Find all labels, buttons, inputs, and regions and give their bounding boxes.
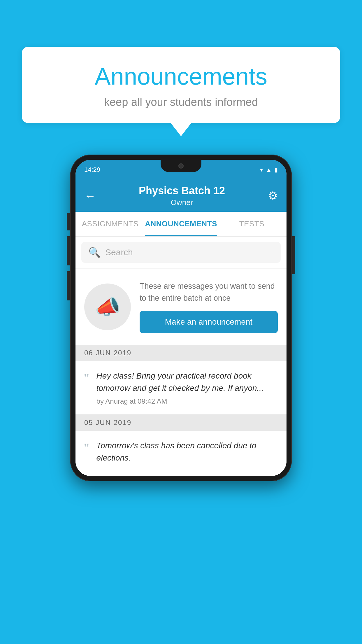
settings-button[interactable]: ⚙ [268,189,278,202]
search-bar[interactable]: 🔍 Search [81,242,281,263]
search-icon: 🔍 [88,246,101,258]
app-bar: ← Physics Batch 12 Owner ⚙ [75,180,287,212]
tab-announcements[interactable]: ANNOUNCEMENTS [145,212,217,236]
date-label-1: 06 JUN 2019 [84,349,131,357]
announcement-content-1: Hey class! Bring your practical record b… [96,370,278,405]
tabs-bar: ASSIGNMENTS ANNOUNCEMENTS TESTS [75,212,287,237]
search-bar-wrapper: 🔍 Search [75,237,287,268]
phone-outer: 14:29 ▾ ▲ ▮ ← Physics Batch 12 Owner ⚙ [70,155,292,481]
phone-container: 14:29 ▾ ▲ ▮ ← Physics Batch 12 Owner ⚙ [70,155,292,481]
announcement-item-1[interactable]: " Hey class! Bring your practical record… [75,361,287,414]
tab-tests[interactable]: TESTS [217,212,287,236]
batch-subtitle: Owner [139,198,225,207]
side-button-vol-down [67,271,70,300]
speech-bubble: Announcements keep all your students inf… [22,47,340,123]
megaphone-icon: 📣 [95,295,120,319]
announcement-text-1: Hey class! Bring your practical record b… [96,370,278,394]
quote-icon-1: " [84,372,89,386]
announcement-item-2[interactable]: " Tomorrow's class has been cancelled du… [75,431,287,476]
speech-bubble-container: Announcements keep all your students inf… [22,47,340,136]
side-button-power [292,236,295,274]
status-icons: ▾ ▲ ▮ [260,166,278,173]
announcement-text-2: Tomorrow's class has been cancelled due … [96,440,278,464]
batch-title: Physics Batch 12 [139,185,225,197]
status-bar: 14:29 ▾ ▲ ▮ [75,160,287,180]
notch [161,160,201,172]
bubble-title: Announcements [39,63,323,90]
date-separator-1: 06 JUN 2019 [75,345,287,361]
back-button[interactable]: ← [84,189,96,202]
date-label-2: 05 JUN 2019 [84,419,131,427]
announcement-meta-1: by Anurag at 09:42 AM [96,397,278,405]
side-button-vol-up [67,236,70,265]
date-separator-2: 05 JUN 2019 [75,414,287,431]
announcement-content-2: Tomorrow's class has been cancelled due … [96,440,278,467]
front-camera [178,163,184,169]
search-placeholder: Search [105,247,133,257]
phone-screen: 14:29 ▾ ▲ ▮ ← Physics Batch 12 Owner ⚙ [75,160,287,476]
wifi-icon: ▾ [260,166,263,173]
make-announcement-button[interactable]: Make an announcement [140,311,278,333]
status-time: 14:29 [84,166,100,174]
screen-content: 🔍 Search 📣 These are messages you want t… [75,237,287,476]
promo-card: 📣 These are messages you want to send to… [75,269,287,345]
quote-icon-2: " [84,441,89,455]
battery-icon: ▮ [275,166,278,173]
promo-icon-circle: 📣 [84,284,131,330]
promo-description: These are messages you want to send to t… [140,280,278,304]
bubble-subtitle: keep all your students informed [39,96,323,108]
signal-icon: ▲ [266,167,272,173]
side-button-mute [67,213,70,230]
app-bar-title-group: Physics Batch 12 Owner [139,185,225,207]
bubble-arrow [171,123,191,136]
tab-assignments[interactable]: ASSIGNMENTS [75,212,145,236]
promo-right: These are messages you want to send to t… [140,280,278,333]
